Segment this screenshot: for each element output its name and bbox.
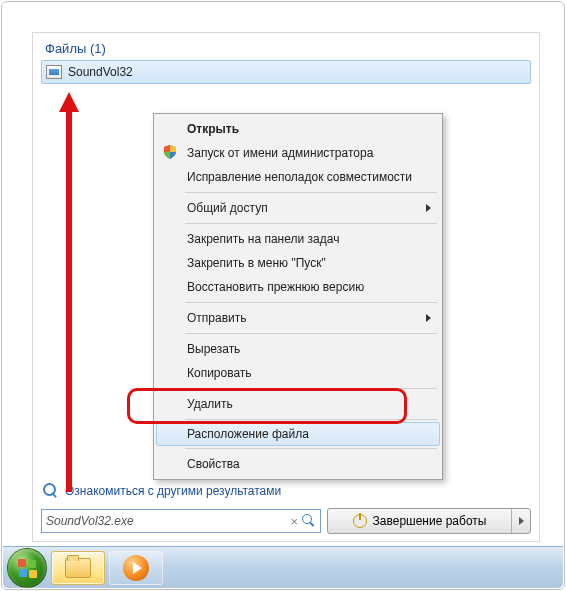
power-icon [353,514,367,528]
start-button[interactable] [7,548,47,588]
cm-pin-start[interactable]: Закрепить в меню "Пуск" [157,251,439,275]
shutdown-label: Завершение работы [373,514,487,528]
cm-open[interactable]: Открыть [157,117,439,141]
cm-file-location[interactable]: Расположение файла [156,422,440,446]
cm-copy[interactable]: Копировать [157,361,439,385]
media-player-icon [123,555,149,581]
cm-separator [185,448,437,449]
cm-separator [185,388,437,389]
cm-properties[interactable]: Свойства [157,452,439,476]
cm-send-to-label: Отправить [187,311,247,325]
cm-file-location-label: Расположение файла [187,427,309,441]
taskbar [3,546,563,588]
shutdown-options-arrow[interactable] [512,517,530,525]
cm-separator [185,302,437,303]
cm-restore[interactable]: Восстановить прежнюю версию [157,275,439,299]
cm-properties-label: Свойства [187,457,240,471]
cm-run-as-admin[interactable]: Запуск от имени администратора [157,141,439,165]
search-result-label: SoundVol32 [68,65,133,79]
cm-pin-taskbar[interactable]: Закрепить на панели задач [157,227,439,251]
cm-troubleshoot[interactable]: Исправление неполадок совместимости [157,165,439,189]
cm-pin-start-label: Закрепить в меню "Пуск" [187,256,326,270]
uac-shield-icon [162,144,178,160]
cm-cut-label: Вырезать [187,342,240,356]
files-group-header: Файлы (1) [33,33,539,60]
clear-search-icon[interactable]: × [288,514,300,529]
shutdown-main[interactable]: Завершение работы [328,509,512,533]
cm-cut[interactable]: Вырезать [157,337,439,361]
submenu-arrow-icon [426,314,431,322]
search-input[interactable] [46,514,288,528]
search-icon [43,483,59,499]
cm-separator [185,192,437,193]
cm-send-to[interactable]: Отправить [157,306,439,330]
cm-share-label: Общий доступ [187,201,268,215]
windows-logo-icon [18,559,38,579]
cm-open-label: Открыть [187,122,239,136]
cm-delete[interactable]: Удалить [157,392,439,416]
submenu-arrow-icon [426,204,431,212]
start-menu-search-panel: Файлы (1) SoundVol32 Открыть Запуск от и… [32,32,540,542]
search-result-row[interactable]: SoundVol32 [41,60,531,84]
more-results-link[interactable]: Ознакомиться с другими результатами [43,483,281,499]
taskbar-explorer-button[interactable] [51,551,105,585]
shutdown-button[interactable]: Завершение работы [327,508,531,534]
cm-troubleshoot-label: Исправление неполадок совместимости [187,170,412,184]
chevron-right-icon [519,517,524,525]
cm-pin-taskbar-label: Закрепить на панели задач [187,232,339,246]
search-box[interactable]: × [41,509,321,533]
taskbar-media-player-button[interactable] [109,551,163,585]
cm-run-as-admin-label: Запуск от имени администратора [187,146,373,160]
cm-copy-label: Копировать [187,366,252,380]
more-results-label: Ознакомиться с другими результатами [65,484,281,498]
cm-share[interactable]: Общий доступ [157,196,439,220]
cm-separator [185,419,437,420]
app-file-icon [46,65,62,79]
search-icon [302,514,316,528]
cm-delete-label: Удалить [187,397,233,411]
cm-restore-label: Восстановить прежнюю версию [187,280,364,294]
cm-separator [185,223,437,224]
context-menu: Открыть Запуск от имени администратора И… [153,113,443,480]
cm-separator [185,333,437,334]
folder-icon [65,558,91,578]
